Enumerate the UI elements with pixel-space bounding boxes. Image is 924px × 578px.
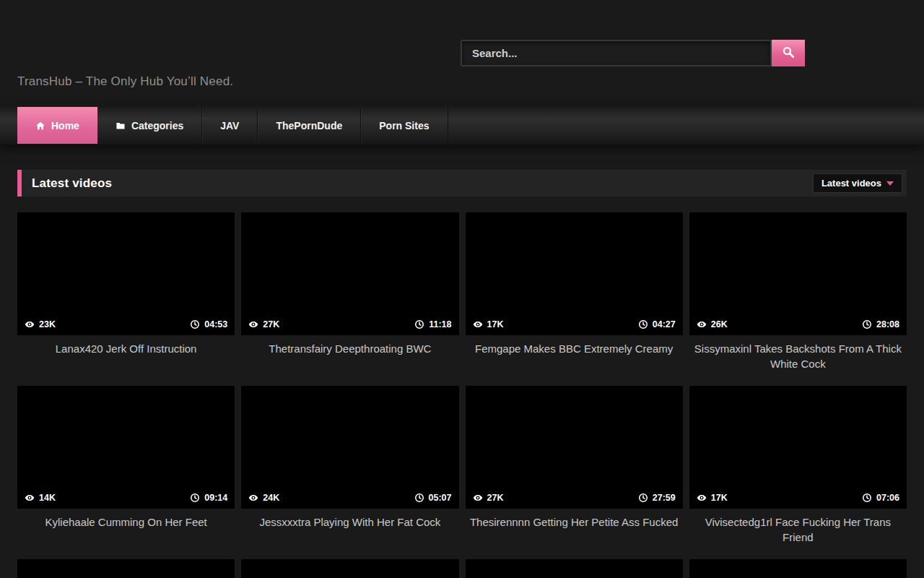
video-thumbnail[interactable] (466, 559, 683, 578)
eye-icon (248, 319, 258, 329)
video-card[interactable] (466, 559, 683, 578)
video-thumbnail[interactable]: 17K 07:06 (689, 386, 907, 509)
video-meta-bar: 14K 09:14 (17, 487, 235, 509)
video-card[interactable]: 27K 11:18 Thetransfairy Deepthroating BW… (241, 212, 458, 376)
site-header: TransHub – The Only Hub You’ll Need. (0, 0, 924, 106)
nav-item-home[interactable]: Home (17, 107, 97, 144)
main-nav: Home Categories JAV ThePornDude Porn Sit… (0, 106, 924, 144)
views-group: 14K (25, 493, 56, 503)
video-thumbnail[interactable] (17, 559, 235, 578)
search-button[interactable] (772, 40, 805, 66)
view-count: 26K (711, 319, 728, 329)
video-card[interactable]: 24K 05:07 Jessxxxtra Playing With Her Fa… (241, 386, 458, 549)
view-count: 23K (39, 319, 56, 329)
video-title[interactable]: Lanax420 Jerk Off Instruction (17, 341, 235, 376)
section-title: Latest videos (32, 176, 112, 191)
clock-icon (638, 319, 648, 329)
eye-icon (473, 319, 483, 329)
views-group: 26K (697, 319, 728, 329)
home-icon (35, 121, 45, 131)
search-bar (461, 40, 805, 66)
duration-label: 11:18 (429, 319, 451, 329)
views-group: 27K (248, 319, 279, 329)
video-meta-bar: 17K 04:27 (466, 314, 683, 335)
duration-group: 27:59 (638, 493, 676, 503)
section-header: Latest videos Latest videos (17, 170, 907, 197)
duration-group: 07:06 (862, 493, 899, 503)
views-group: 23K (25, 319, 56, 329)
eye-icon (248, 493, 258, 503)
video-title[interactable]: Jessxxxtra Playing With Her Fat Cock (241, 514, 458, 549)
view-count: 17K (711, 493, 728, 503)
duration-group: 04:27 (638, 319, 676, 329)
video-card[interactable]: 17K 04:27 Femgape Makes BBC Extremely Cr… (466, 212, 683, 376)
video-meta-bar: 17K 07:06 (689, 487, 907, 509)
views-group: 27K (473, 493, 504, 503)
duration-group: 11:18 (414, 319, 451, 329)
eye-icon (697, 319, 707, 329)
video-card[interactable]: 23K 04:53 Lanax420 Jerk Off Instruction (17, 212, 235, 376)
video-title[interactable]: Thesirennnn Getting Her Petite Ass Fucke… (466, 514, 683, 549)
chevron-down-icon (886, 181, 894, 186)
site-tagline: TransHub – The Only Hub You’ll Need. (17, 74, 233, 89)
video-thumbnail[interactable]: 24K 05:07 (241, 386, 458, 509)
video-thumbnail[interactable]: 27K 27:59 (466, 386, 683, 509)
video-card[interactable]: 27K 27:59 Thesirennnn Getting Her Petite… (466, 386, 683, 549)
clock-icon (638, 493, 648, 503)
video-card[interactable]: 26K 28:08 Sissymaxinl Takes Backshots Fr… (689, 212, 907, 376)
clock-icon (414, 319, 424, 329)
video-card[interactable]: 14K 09:14 Kyliehaale Cumming On Her Feet (17, 386, 235, 549)
duration-label: 28:08 (876, 319, 899, 329)
clock-icon (190, 493, 200, 503)
view-count: 27K (263, 319, 279, 329)
video-card[interactable] (689, 559, 907, 578)
view-count: 17K (487, 319, 504, 329)
clock-icon (862, 319, 872, 329)
view-count: 14K (39, 493, 56, 503)
duration-label: 27:59 (653, 493, 676, 503)
video-title[interactable]: Kyliehaale Cumming On Her Feet (17, 514, 235, 549)
folder-icon (116, 121, 126, 131)
search-icon (782, 46, 795, 61)
eye-icon (697, 493, 707, 503)
clock-icon (862, 493, 872, 503)
nav-list: Home Categories JAV ThePornDude Porn Sit… (17, 106, 924, 144)
eye-icon (25, 319, 35, 329)
search-input[interactable] (461, 40, 772, 66)
view-count: 27K (487, 493, 504, 503)
video-thumbnail[interactable]: 17K 04:27 (466, 212, 683, 335)
duration-label: 04:53 (204, 319, 227, 329)
nav-item-jav[interactable]: JAV (202, 107, 258, 144)
video-meta-bar: 23K 04:53 (17, 314, 235, 335)
video-thumbnail[interactable] (689, 559, 907, 578)
sort-dropdown-label: Latest videos (821, 178, 881, 189)
video-card[interactable]: 17K 07:06 Vivisectedg1rl Face Fucking He… (689, 386, 907, 549)
views-group: 17K (697, 493, 728, 503)
video-meta-bar: 24K 05:07 (241, 487, 458, 509)
duration-group: 28:08 (862, 319, 899, 329)
clock-icon (414, 493, 424, 503)
video-title[interactable]: Femgape Makes BBC Extremely Creamy (466, 341, 683, 376)
video-card[interactable] (17, 559, 235, 578)
nav-item-categories[interactable]: Categories (97, 107, 202, 144)
duration-label: 04:27 (653, 319, 676, 329)
video-meta-bar: 27K 11:18 (241, 314, 458, 335)
video-thumbnail[interactable] (241, 559, 458, 578)
duration-label: 07:06 (876, 493, 899, 503)
nav-item-theporndude[interactable]: ThePornDude (258, 107, 361, 144)
video-meta-bar: 27K 27:59 (466, 487, 683, 509)
nav-item-porn-sites[interactable]: Porn Sites (361, 107, 448, 144)
video-title[interactable]: Sissymaxinl Takes Backshots From A Thick… (689, 341, 907, 376)
eye-icon (25, 493, 35, 503)
video-thumbnail[interactable]: 23K 04:53 (17, 212, 235, 335)
duration-group: 09:14 (190, 493, 227, 503)
video-card[interactable] (241, 559, 458, 578)
video-title[interactable]: Vivisectedg1rl Face Fucking Her Trans Fr… (689, 514, 907, 549)
video-title[interactable]: Thetransfairy Deepthroating BWC (241, 341, 458, 376)
video-thumbnail[interactable]: 27K 11:18 (241, 212, 458, 335)
sort-dropdown[interactable]: Latest videos (813, 173, 902, 193)
duration-label: 09:14 (204, 493, 227, 503)
views-group: 17K (473, 319, 504, 329)
video-thumbnail[interactable]: 26K 28:08 (689, 212, 907, 335)
video-thumbnail[interactable]: 14K 09:14 (17, 386, 235, 509)
